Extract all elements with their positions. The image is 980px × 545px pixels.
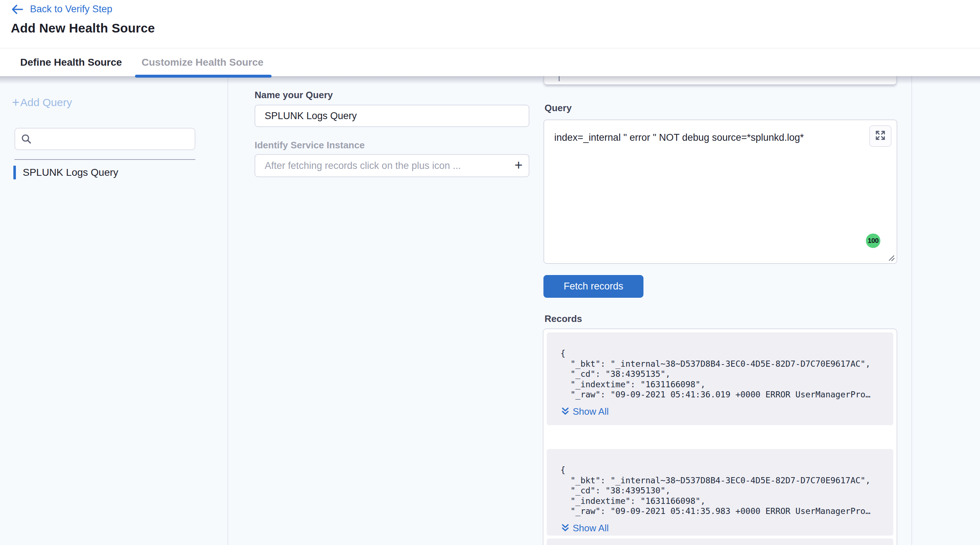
- tab-define-health-source[interactable]: Define Health Source: [20, 49, 122, 76]
- record-card: { "_bkt": "_internal~38~D537D8B4-3EC0-4D…: [547, 332, 893, 425]
- query-search-box: [14, 128, 195, 150]
- plus-icon: +: [12, 97, 19, 108]
- expand-query-button[interactable]: [869, 125, 891, 147]
- query-textarea[interactable]: index=_internal " error " NOT debug sour…: [543, 119, 897, 264]
- clipped-top-input[interactable]: [543, 76, 897, 85]
- wizard-tab-bar: Define Health Source Customize Health So…: [0, 49, 980, 76]
- record-json: { "_bkt": "_internal~38~D537D8B4-3EC0-4D…: [560, 465, 883, 516]
- record-card-partial: [547, 539, 893, 545]
- back-link[interactable]: Back to Verify Step: [11, 3, 112, 15]
- service-instance-input[interactable]: [255, 160, 508, 172]
- query-item-label: SPLUNK Logs Query: [23, 167, 118, 178]
- selected-indicator-bar: [13, 166, 16, 180]
- query-list-item[interactable]: SPLUNK Logs Query: [13, 166, 118, 180]
- back-arrow-icon: [11, 4, 24, 15]
- show-all-label: Show All: [573, 406, 609, 417]
- tab-customize-health-source[interactable]: Customize Health Source: [142, 49, 264, 76]
- text-fragment: [558, 76, 560, 81]
- show-all-link[interactable]: Show All: [561, 523, 609, 534]
- name-query-label: Name your Query: [255, 89, 333, 101]
- back-link-label: Back to Verify Step: [30, 3, 112, 15]
- add-query-button[interactable]: +Add Query: [12, 96, 72, 109]
- service-instance-field: +: [255, 154, 529, 177]
- query-label: Query: [544, 103, 572, 114]
- add-service-instance-plus-icon[interactable]: +: [508, 158, 529, 173]
- expand-icon: [875, 130, 886, 142]
- records-container: { "_bkt": "_internal~38~D537D8B4-3EC0-4D…: [543, 329, 897, 545]
- active-tab-underline: [135, 75, 272, 78]
- content-area: +Add Query SPLUNK Logs Query Name your Q…: [0, 76, 980, 545]
- fetch-records-button[interactable]: Fetch records: [543, 275, 643, 298]
- search-icon: [21, 133, 32, 145]
- double-chevron-down-icon: [561, 523, 570, 533]
- right-column-divider: [912, 76, 912, 545]
- double-chevron-down-icon: [561, 407, 570, 416]
- sidebar-divider: [228, 76, 228, 545]
- page-header: Back to Verify Step Add New Health Sourc…: [0, 0, 980, 48]
- record-count-badge: 100: [866, 234, 880, 248]
- query-text: index=_internal " error " NOT debug sour…: [554, 131, 853, 144]
- record-json: { "_bkt": "_internal~38~D537D8B4-3EC0-4D…: [560, 348, 883, 400]
- show-all-link[interactable]: Show All: [561, 406, 609, 417]
- records-label: Records: [544, 313, 582, 324]
- show-all-label: Show All: [573, 523, 609, 534]
- record-card: { "_bkt": "_internal~38~D537D8B4-3EC0-4D…: [547, 449, 893, 535]
- page-title: Add New Health Source: [11, 21, 155, 35]
- add-health-source-page: Back to Verify Step Add New Health Sourc…: [0, 0, 980, 545]
- search-input[interactable]: [36, 133, 188, 145]
- query-name-input[interactable]: [255, 105, 529, 127]
- add-query-label: Add Query: [20, 96, 72, 109]
- sidebar-section-divider: [14, 159, 195, 160]
- textarea-resize-handle[interactable]: [886, 253, 896, 262]
- identify-service-instance-label: Identify Service Instance: [255, 140, 365, 151]
